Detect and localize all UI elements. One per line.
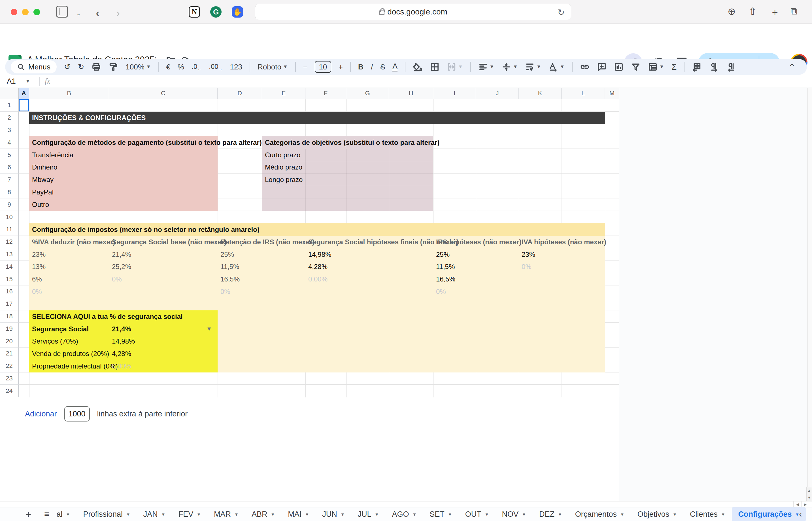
sheet-tab-dropdown-icon[interactable]: ▼ [234, 512, 239, 517]
strikethrough-button[interactable]: S [380, 63, 385, 71]
increase-font-size-button[interactable]: + [339, 63, 343, 71]
sidebar-toggle-icon[interactable] [56, 6, 68, 18]
row-header[interactable]: 16 [0, 286, 19, 298]
row-header[interactable]: 8 [0, 186, 19, 199]
tax-value-cell[interactable]: 16,5% [220, 273, 240, 286]
dropdown-arrow-icon[interactable]: ▼ [206, 326, 212, 332]
column-header[interactable]: I [433, 88, 476, 99]
column-header[interactable]: D [218, 88, 262, 99]
forward-button[interactable]: › [116, 7, 120, 20]
payment-method-item[interactable]: Outro [29, 199, 218, 211]
text-rotation-icon[interactable]: ▼ [549, 62, 565, 72]
namebox-dropdown-icon[interactable]: ▼ [25, 79, 34, 84]
minimize-window-button[interactable] [22, 9, 29, 15]
goal-category-item[interactable]: Curto prazo [262, 149, 433, 161]
column-header[interactable]: E [262, 88, 305, 99]
text-wrap-icon[interactable]: ▼ [525, 62, 541, 72]
font-family-select[interactable]: Roboto▼ [258, 63, 288, 71]
column-header[interactable]: F [305, 88, 346, 99]
bold-button[interactable]: B [358, 63, 363, 71]
table-direction-icon[interactable] [692, 62, 701, 72]
rows-count-input[interactable] [64, 406, 90, 422]
goal-category-item[interactable]: Médio prazo [262, 161, 433, 174]
select-all-corner[interactable] [0, 88, 19, 99]
row-header[interactable]: 15 [0, 273, 19, 286]
sheet-tab[interactable]: JAN ▼ [137, 507, 172, 521]
sheet-tab[interactable]: Objetivos ▼ [631, 507, 684, 521]
sheet-tab[interactable]: FEV ▼ [172, 507, 207, 521]
name-box[interactable]: A1 ▼ [0, 77, 34, 86]
scroll-up-icon[interactable]: ▲ [806, 487, 812, 494]
new-tab-icon[interactable]: ＋ [770, 6, 780, 19]
row-header[interactable]: 4 [0, 136, 19, 149]
fill-color-icon[interactable] [413, 62, 423, 72]
selector-row[interactable]: Segurança Social 21,4% ▼ [29, 323, 218, 335]
sheet-tab[interactable]: al ▼ [57, 507, 77, 521]
row-header[interactable]: 20 [0, 335, 19, 347]
goal-category-item[interactable]: Longo prazo [262, 174, 433, 186]
row-header[interactable]: 5 [0, 149, 19, 161]
tax-value-cell[interactable]: 11,5% [220, 260, 239, 273]
vertical-scrollbar[interactable] [808, 88, 812, 501]
sheet-tab[interactable]: Configurações ▼ [732, 507, 806, 521]
horizontal-align-icon[interactable]: ▼ [478, 62, 494, 72]
text-color-button[interactable]: A [392, 62, 397, 71]
sheet-tab[interactable]: ABR ▼ [245, 507, 281, 521]
font-size-input[interactable]: 10 [315, 61, 331, 73]
sidebar-chevron-icon[interactable]: ⌄ [76, 9, 81, 17]
sheet-tab-dropdown-icon[interactable]: ▼ [305, 512, 309, 517]
selector-row[interactable]: Serviços (70%) 14,98% ▼ [29, 335, 218, 348]
format-currency-button[interactable]: € [166, 63, 170, 71]
row-header[interactable]: 11 [0, 223, 19, 236]
filter-icon[interactable] [631, 62, 641, 72]
address-bar[interactable]: docs.google.com ↻ [255, 4, 571, 20]
sheet-tab[interactable]: Profissional ▼ [76, 507, 137, 521]
all-sheets-icon[interactable]: ≡ [44, 509, 49, 519]
merge-cells-icon[interactable]: ▼ [447, 62, 463, 72]
payment-method-item[interactable]: Mbway [29, 174, 218, 186]
duckduckgo-extension-icon[interactable]: ✋ [232, 6, 243, 18]
sheet-tab[interactable]: DEZ ▼ [533, 507, 569, 521]
column-header[interactable]: H [389, 88, 433, 99]
downloads-icon[interactable]: ⊕︎ [727, 6, 736, 17]
tax-value-cell[interactable]: 13% [32, 260, 46, 273]
sheet-tab[interactable]: AGO ▼ [385, 507, 423, 521]
sheet-tab-dropdown-icon[interactable]: ▼ [620, 512, 624, 517]
tax-value-cell[interactable]: 11,5% [436, 260, 455, 273]
borders-icon[interactable] [430, 62, 439, 72]
vertical-align-icon[interactable]: ▼ [501, 62, 518, 72]
sheet-tab-dropdown-icon[interactable]: ▼ [558, 512, 562, 517]
tax-value-cell[interactable]: 0% [522, 260, 531, 273]
tax-value-cell[interactable]: 25% [220, 248, 234, 261]
menus-search-button[interactable]: Menus [11, 60, 57, 73]
sheet-tab-dropdown-icon[interactable]: ▼ [340, 512, 345, 517]
functions-icon[interactable]: Σ [671, 62, 677, 72]
sheet-tab[interactable]: MAI ▼ [281, 507, 316, 521]
row-header[interactable]: 1 [0, 99, 19, 112]
sheet-tab-dropdown-icon[interactable]: ▼ [522, 512, 526, 517]
notion-extension-icon[interactable]: N [189, 6, 200, 18]
row-header[interactable]: 12 [0, 236, 19, 248]
scroll-left-icon[interactable]: ◀ [793, 501, 801, 507]
row-header[interactable]: 10 [0, 211, 19, 223]
redo-icon[interactable]: ↻ [78, 62, 85, 71]
zoom-window-button[interactable] [33, 9, 40, 15]
undo-icon[interactable]: ↺ [64, 62, 71, 71]
format-percent-button[interactable]: % [177, 63, 184, 71]
tax-value-cell[interactable]: 14,98% [308, 248, 331, 261]
decrease-decimals-button[interactable]: .0← [192, 63, 201, 71]
insert-chart-icon[interactable] [614, 62, 624, 72]
zoom-control[interactable]: 100%▼ [125, 63, 151, 71]
insert-link-icon[interactable] [580, 62, 590, 72]
row-header[interactable]: 22 [0, 360, 19, 372]
selected-cell-a1[interactable] [19, 99, 29, 111]
payment-method-item[interactable]: Transferência [29, 149, 218, 161]
payment-method-item[interactable]: Dinheiro [29, 161, 218, 174]
italic-button[interactable]: I [371, 63, 373, 71]
sheet-tab-dropdown-icon[interactable]: ▼ [126, 512, 130, 517]
sheet-tab-dropdown-icon[interactable]: ▼ [448, 512, 452, 517]
tabs-overflow-left-icon[interactable]: ‹ [799, 509, 802, 519]
row-header[interactable]: 3 [0, 124, 19, 137]
tax-value-cell[interactable]: 0% [220, 286, 230, 298]
sheet-tab[interactable]: MAR ▼ [207, 507, 245, 521]
